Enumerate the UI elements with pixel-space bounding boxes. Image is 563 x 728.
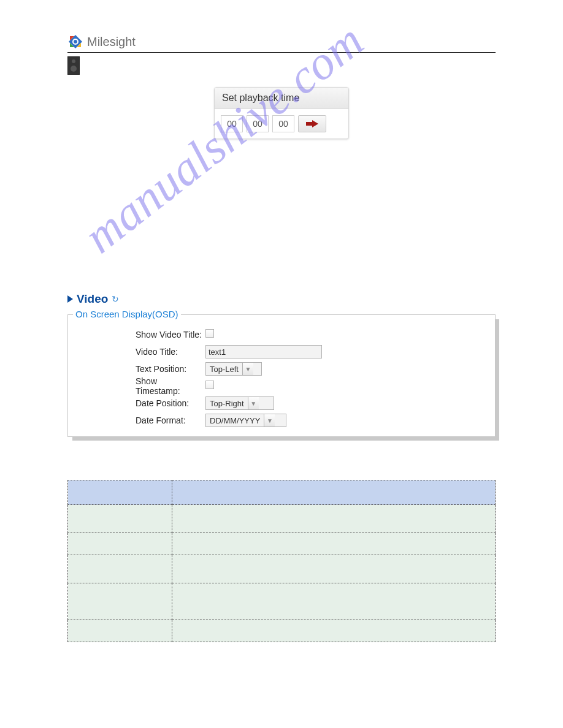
show-video-title-label: Show Video Title: [68, 330, 203, 339]
osd-panel: On Screen Display(OSD) Show Video Title:… [67, 314, 496, 437]
text-position-value: Top-Left [206, 365, 242, 374]
video-title-label: Video Title: [68, 347, 203, 357]
table-cell [68, 505, 172, 533]
playback-hours-input[interactable] [221, 115, 243, 132]
table-cell [68, 620, 172, 642]
video-title-input[interactable] [205, 345, 322, 358]
brand-name: Milesight [87, 35, 136, 49]
table-cell [172, 505, 496, 533]
milesight-logo-icon [67, 34, 83, 50]
svg-marker-6 [306, 120, 318, 127]
refresh-icon[interactable]: ↻ [112, 294, 119, 304]
date-position-label: Date Position: [68, 398, 203, 408]
table-cell [68, 583, 172, 620]
table-header-function [172, 480, 496, 505]
chevron-down-icon: ▼ [264, 414, 275, 427]
playback-go-button[interactable] [298, 115, 326, 132]
show-timestamp-label: Show Timestamp: [68, 376, 203, 396]
chevron-down-icon: ▼ [242, 363, 253, 375]
playback-minutes-input[interactable] [247, 115, 269, 132]
date-format-select[interactable]: DD/MM/YYYY ▼ [205, 414, 286, 427]
date-position-value: Top-Right [206, 399, 248, 408]
text-position-select[interactable]: Top-Left ▼ [205, 362, 262, 376]
video-heading: Video [77, 292, 108, 306]
table-cell [68, 555, 172, 583]
brand-logo: Milesight [67, 34, 496, 50]
date-position-select[interactable]: Top-Right ▼ [205, 396, 274, 410]
playback-seconds-input[interactable] [272, 115, 294, 132]
table-cell [172, 555, 496, 583]
show-timestamp-checkbox[interactable] [205, 381, 214, 389]
triangle-right-icon [67, 295, 73, 303]
table-cell [68, 533, 172, 555]
svg-point-2 [74, 40, 77, 44]
table-header-parameter [68, 480, 172, 505]
table-cell [172, 533, 496, 555]
table-cell [172, 583, 496, 620]
chevron-down-icon: ▼ [248, 397, 259, 409]
header-divider [67, 52, 496, 53]
parameters-table [67, 480, 496, 642]
playback-title: Set playback time [215, 88, 348, 109]
table-cell [172, 620, 496, 642]
osd-legend: On Screen Display(OSD) [73, 309, 181, 319]
show-video-title-checkbox[interactable] [205, 329, 214, 338]
playback-panel: Set playback time [214, 87, 349, 139]
date-format-value: DD/MM/YYYY [206, 416, 264, 425]
text-position-label: Text Position: [68, 364, 203, 374]
arrow-right-icon [306, 120, 318, 127]
date-format-label: Date Format: [68, 415, 203, 425]
speaker-icon [67, 56, 80, 75]
